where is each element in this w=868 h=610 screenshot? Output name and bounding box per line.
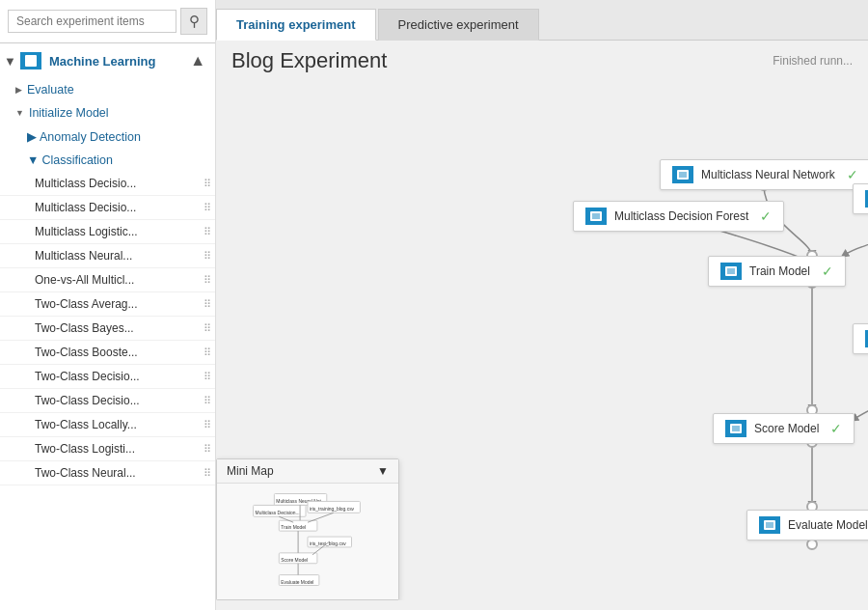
list-item[interactable]: Two-Class Decisio... ⠿ (0, 389, 215, 413)
sidebar-item-evaluate[interactable]: ▶ Evaluate (0, 78, 215, 101)
tab-predictive[interactable]: Predictive experiment (378, 9, 539, 41)
check-icon: ✓ (822, 263, 833, 279)
item-label: Two-Class Decisio... (35, 370, 140, 383)
page-title: Blog Experiment (231, 48, 387, 73)
drag-icon: ⠿ (203, 226, 211, 238)
list-item[interactable]: Two-Class Locally... ⠿ (0, 413, 215, 437)
drag-icon: ⠿ (203, 322, 211, 335)
node-label: Score Model (754, 422, 819, 435)
drag-icon: ⠿ (203, 250, 211, 263)
mini-map: Mini Map ▼ Multiclass Neural Net iris_tr… (216, 458, 399, 600)
list-item[interactable]: Two-Class Bayes... ⠿ (0, 317, 215, 341)
node-multiclass-nn[interactable]: Multiclass Neural Network ✓ (660, 159, 868, 190)
list-item[interactable]: Two-Class Averag... ⠿ (0, 292, 215, 317)
search-input[interactable] (8, 10, 176, 33)
module-icon (725, 420, 746, 437)
drag-icon: ⠿ (203, 178, 211, 190)
module-icon (720, 263, 742, 280)
list-item[interactable]: One-vs-All Multicl... ⠿ (0, 268, 215, 292)
anomaly-detection-label: Anomaly Detection (40, 130, 141, 144)
sidebar-item-anomaly-detection[interactable]: ▶ Anomaly Detection (0, 125, 215, 149)
drag-icon: ⠿ (203, 419, 211, 431)
item-label: Multiclass Neural... (35, 249, 132, 263)
item-label: Two-Class Neural... (35, 466, 136, 480)
item-label: Multiclass Decisio... (35, 177, 136, 190)
sidebar-item-classification[interactable]: ▼ Classification (0, 149, 215, 172)
drag-icon: ⠿ (203, 298, 211, 311)
sidebar-item-initialize-model[interactable]: ▼ Initialize Model (0, 101, 215, 125)
node-score-model[interactable]: Score Model ✓ (713, 413, 854, 444)
list-item[interactable]: Multiclass Neural... ⠿ (0, 244, 215, 268)
item-label: Two-Class Decisio... (35, 394, 140, 407)
svg-point-7 (807, 540, 817, 549)
item-label: Multiclass Decisio... (35, 201, 136, 214)
list-item[interactable]: Multiclass Decisio... ⠿ (0, 196, 215, 220)
list-item[interactable]: Multiclass Logistic... ⠿ (0, 220, 215, 244)
experiment-canvas[interactable]: Multiclass Neural Network ✓ iris_trainin… (216, 77, 868, 600)
node-label: Evaluate Model (788, 518, 868, 532)
drag-icon: ⠿ (203, 371, 211, 383)
evaluate-label: Evaluate (27, 83, 74, 97)
module-icon (585, 208, 607, 225)
node-train-model[interactable]: Train Model ✓ (708, 256, 846, 287)
drag-icon: ⠿ (203, 202, 211, 214)
classification-label: Classification (41, 153, 113, 167)
main-panel: Training experiment Predictive experimen… (216, 0, 868, 610)
svg-text:Multiclass Decision...: Multiclass Decision... (256, 511, 300, 515)
node-evaluate-model[interactable]: Evaluate Model ✓ (746, 510, 868, 541)
svg-text:Train Model: Train Model (281, 525, 306, 530)
drag-icon: ⠿ (203, 443, 211, 456)
tab-training[interactable]: Training experiment (216, 9, 376, 41)
node-label: Multiclass Neural Network (701, 168, 835, 181)
status-badge: Finished runn... (773, 54, 853, 68)
item-label: Two-Class Booste... (35, 346, 138, 359)
machine-learning-icon (20, 52, 41, 69)
list-item[interactable]: Two-Class Logisti... ⠿ (0, 437, 215, 461)
collapse-icon: ▼ (4, 54, 16, 69)
collapse-button[interactable]: ▲ (188, 51, 207, 70)
svg-text:Evaluate Model: Evaluate Model (281, 580, 313, 585)
canvas-header: Blog Experiment Finished runn... (216, 41, 868, 77)
drag-icon: ⠿ (203, 395, 211, 407)
tabs-bar: Training experiment Predictive experimen… (216, 0, 868, 41)
item-label: Multiclass Logistic... (35, 225, 138, 238)
check-icon: ✓ (760, 208, 772, 224)
search-bar: ⚲ (0, 0, 215, 43)
drag-icon: ⠿ (203, 467, 211, 480)
mini-map-header[interactable]: Mini Map ▼ (217, 459, 398, 484)
evaluate-arrow: ▶ (15, 85, 22, 95)
svg-line-33 (308, 513, 334, 522)
mini-map-svg: Multiclass Neural Net iris_training_blog… (217, 484, 398, 599)
search-icon[interactable]: ⚲ (180, 8, 207, 35)
sidebar-content: ▼ Machine Learning ▲ ▶ Evaluate ▼ Initia… (0, 43, 215, 610)
check-icon: ✓ (847, 167, 858, 182)
list-item[interactable]: Two-Class Decisio... ⠿ (0, 365, 215, 389)
canvas-wrapper: Blog Experiment Finished runn... (216, 41, 868, 610)
node-iris-training[interactable]: iris_training_blog.csv (853, 183, 868, 214)
svg-text:iris_training_blog.csv: iris_training_blog.csv (310, 507, 355, 512)
initialize-model-label: Initialize Model (29, 106, 109, 120)
sidebar: ⚲ ▼ Machine Learning ▲ ▶ Evaluate ▼ Init… (0, 0, 216, 610)
module-icon (672, 166, 693, 183)
initialize-model-arrow: ▼ (15, 108, 24, 118)
mini-map-label: Mini Map (227, 464, 274, 478)
svg-text:iris_test_blog.csv: iris_test_blog.csv (310, 541, 346, 546)
node-multiclass-df[interactable]: Multiclass Decision Forest ✓ (573, 201, 784, 232)
machine-learning-label: Machine Learning (49, 54, 156, 69)
sidebar-item-machine-learning[interactable]: ▼ Machine Learning ▲ (0, 43, 215, 78)
item-label: Two-Class Locally... (35, 418, 137, 431)
list-item[interactable]: Two-Class Booste... ⠿ (0, 341, 215, 365)
list-item[interactable]: Two-Class Neural... ⠿ (0, 461, 215, 485)
anomaly-detection-arrow: ▶ (27, 129, 37, 144)
node-label: Train Model (749, 264, 810, 278)
chevron-down-icon: ▼ (377, 464, 389, 478)
item-label: Two-Class Averag... (35, 297, 138, 311)
list-item[interactable]: Multiclass Decisio... ⠿ (0, 172, 215, 196)
drag-icon: ⠿ (203, 347, 211, 359)
mini-map-content: Multiclass Neural Net iris_training_blog… (217, 484, 398, 599)
classification-arrow: ▼ (27, 153, 39, 167)
drag-icon: ⠿ (203, 274, 211, 287)
node-iris-test[interactable]: iris_test_blog.csv (853, 323, 868, 354)
item-label: Two-Class Bayes... (35, 321, 134, 335)
item-label: One-vs-All Multicl... (35, 273, 134, 287)
